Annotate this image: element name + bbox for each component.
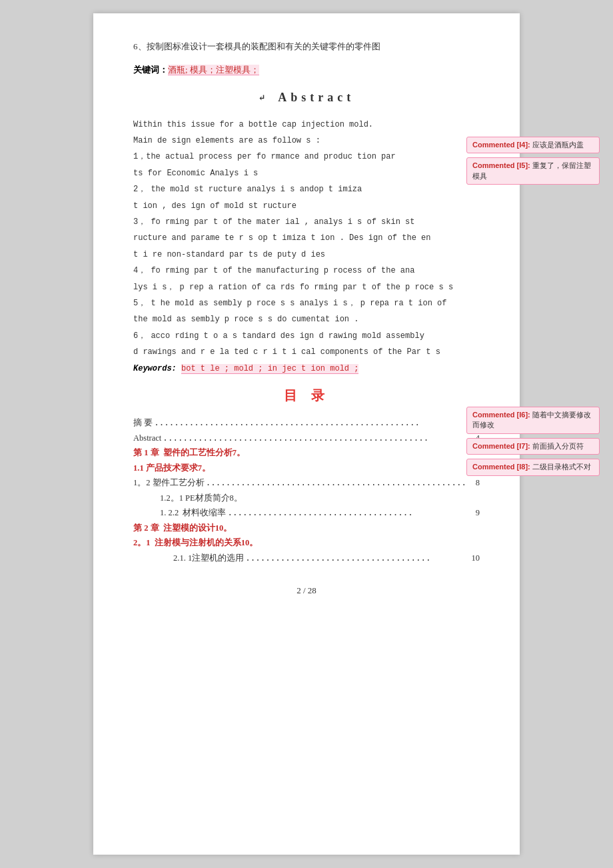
toc-dots-2-1 xyxy=(259,535,465,551)
toc-dots-ch2 xyxy=(233,521,465,536)
toc-title: 目 录 xyxy=(133,387,480,405)
toc-dots-1-2-2: ..................................... xyxy=(227,505,465,521)
keywords-en-line: Keywords: bot t le ; mold ; in jec t ion… xyxy=(133,364,480,373)
comment-I6-label: Commented [I6]: xyxy=(472,411,532,419)
comment-I7: Commented [I7]: 前面插入分页符 xyxy=(466,438,600,455)
toc-row-1-2-2: 1. 2.2 材料收缩率 ...........................… xyxy=(160,505,480,521)
keywords-cn-value: 酒瓶; 模具；注塑模具； xyxy=(168,65,259,75)
abstract-body: Within this issue for a bottle cap injec… xyxy=(133,118,480,359)
toc-row-abstract-en: Abstract ...............................… xyxy=(133,431,480,446)
toc-label-1-2-2: 1. 2.2 材料收缩率 xyxy=(160,505,226,521)
keywords-cn-label: 关键词： xyxy=(133,65,168,75)
toc-page-2-1-1: 10 xyxy=(466,551,480,566)
toc-section: 摘 要 ....................................… xyxy=(133,415,480,565)
toc-dots-ch1 xyxy=(247,445,465,461)
toc-dots-1-2: ........................................… xyxy=(206,475,465,491)
toc-label-1-1: 1.1 产品技术要求7。 xyxy=(133,461,211,476)
comment-I6: Commented [I6]: 随着中文摘要修改而修改 xyxy=(466,407,600,434)
comment-I4-text: 应该是酒瓶内盖 xyxy=(532,141,584,149)
toc-dots-2: ........................................… xyxy=(163,431,465,446)
comment-I7-label: Commented [I7]: xyxy=(472,442,532,450)
comment-sidebar-top: Commented [I4]: 应该是酒瓶内盖 Commented [I5]: … xyxy=(466,13,600,185)
document-page: 6、按制图标准设计一套模具的装配图和有关的关键零件的零件图 关键词：酒瓶; 模具… xyxy=(93,13,520,855)
abstract-line-9: t i re non-standard par ts de puty d ies xyxy=(133,248,480,261)
abstract-line-2: Main de sign elements are as follow s : xyxy=(133,134,480,147)
abstract-line-1: Within this issue for a bottle cap injec… xyxy=(133,118,480,131)
toc-row-1-1: 1.1 产品技术要求7。 xyxy=(133,461,480,476)
toc-row-ch1: 第 1 章 塑件的工艺性分析7。 xyxy=(133,445,480,461)
page-number: 2 / 28 xyxy=(133,585,480,596)
toc-label-ch2: 第 2 章 注塑模的设计10。 xyxy=(133,521,232,536)
toc-page-ch2 xyxy=(466,521,480,536)
toc-page-1-2: 8 xyxy=(466,475,480,491)
comment-I8: Commented [I8]: 二级目录格式不对 xyxy=(466,459,600,475)
toc-dots-1-2-1 xyxy=(244,491,465,506)
toc-dots-1: ........................................… xyxy=(154,415,465,431)
toc-page-2-1 xyxy=(466,535,480,551)
toc-label-1-2: 1。2 塑件工艺分析 xyxy=(133,475,205,491)
keywords-cn-line: 关键词：酒瓶; 模具；注塑模具； xyxy=(133,63,480,77)
keywords-en-label: Keywords: xyxy=(133,364,177,373)
toc-dots-2-1-1: ..................................... xyxy=(245,551,465,566)
toc-row-abstract-cn: 摘 要 ....................................… xyxy=(133,415,480,431)
abstract-line-8: ructure and parame te r s op t imiza t i… xyxy=(133,231,480,245)
keywords-en-value: bot t le ; mold ; in jec t ion mold ; xyxy=(181,364,358,374)
toc-row-2-1-1: 2.1. 1注塑机的选用 ...........................… xyxy=(173,551,480,566)
comment-I5: Commented [I5]: 重复了，保留注塑模具 xyxy=(466,157,600,185)
abstract-line-10: 4， fo rming par t of the manufacturing p… xyxy=(133,264,480,277)
toc-label-2-1-1: 2.1. 1注塑机的选用 xyxy=(173,551,244,566)
abstract-line-12: 5， t he mold as sembly p roce s s analys… xyxy=(133,297,480,310)
toc-label-abstract-cn: 摘 要 xyxy=(133,415,153,431)
abstract-line-14: 6， acco rding t o a s tandard des ign d … xyxy=(133,329,480,343)
abstract-line-5: 2， the mold st ructure analys i s andop … xyxy=(133,183,480,196)
comment-I8-text: 二级目录格式不对 xyxy=(532,463,591,471)
comment-I4-label: Commented [I4]: xyxy=(472,141,532,149)
toc-label-abstract-en: Abstract xyxy=(133,431,161,446)
abstract-line-11: lys i s， p rep a ration of ca rds fo rmi… xyxy=(133,281,480,294)
abstract-title: Abstract xyxy=(133,91,480,105)
toc-row-2-1: 2。1 注射模与注射机的关系10。 xyxy=(133,535,480,551)
toc-label-2-1: 2。1 注射模与注射机的关系10。 xyxy=(133,535,258,551)
toc-label-1-2-1: 1.2。1 PE材质简介8。 xyxy=(160,491,243,506)
toc-row-1-2-1: 1.2。1 PE材质简介8。 xyxy=(160,491,480,506)
comment-I8-label: Commented [I8]: xyxy=(472,463,532,471)
toc-page-1-2-1 xyxy=(466,491,480,506)
abstract-line-6: t ion , des ign of mold st ructure xyxy=(133,199,480,213)
page-wrapper: 6、按制图标准设计一套模具的装配图和有关的关键零件的零件图 关键词：酒瓶; 模具… xyxy=(13,13,600,855)
comment-I5-label: Commented [I5]: xyxy=(472,161,532,169)
abstract-line-13: the mold as sembly p roce s s do cumenta… xyxy=(133,313,480,326)
abstract-line-15: d rawings and r e la ted c r i t i cal c… xyxy=(133,345,480,359)
comment-I7-text: 前面插入分页符 xyxy=(532,442,584,450)
item-6-text: 6、按制图标准设计一套模具的装配图和有关的关键零件的零件图 xyxy=(133,40,480,54)
abstract-line-3: 1，the actual process per fo rmance and p… xyxy=(133,150,480,163)
toc-dots-1-1 xyxy=(212,461,465,476)
comment-sidebar-bottom: Commented [I6]: 随着中文摘要修改而修改 Commented [I… xyxy=(466,407,600,476)
toc-label-ch1: 第 1 章 塑件的工艺性分析7。 xyxy=(133,445,245,461)
comment-I4: Commented [I4]: 应该是酒瓶内盖 xyxy=(466,137,600,153)
abstract-line-7: 3， fo rming par t of the mater ial , ana… xyxy=(133,215,480,229)
toc-row-1-2: 1。2 塑件工艺分析 .............................… xyxy=(133,475,480,491)
abstract-line-4: ts for Economic Analys i s xyxy=(133,167,480,180)
toc-page-1-2-2: 9 xyxy=(466,505,480,521)
toc-row-ch2: 第 2 章 注塑模的设计10。 xyxy=(133,521,480,536)
